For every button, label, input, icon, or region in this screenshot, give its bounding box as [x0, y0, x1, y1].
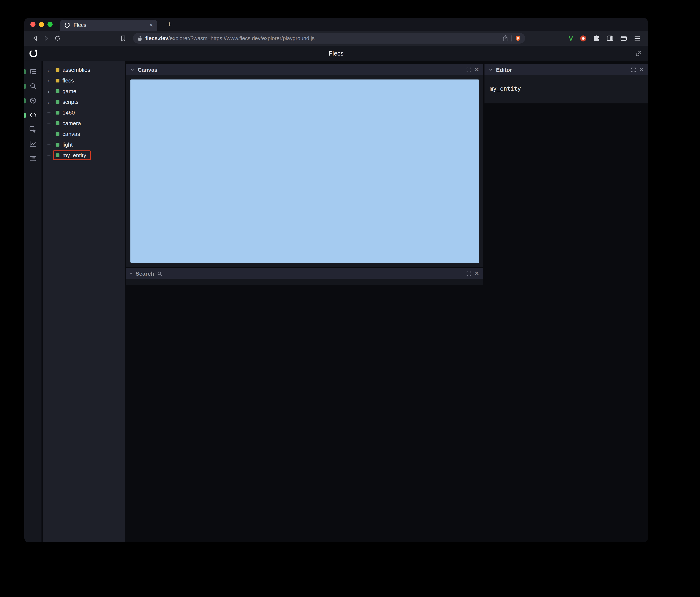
search-icon [157, 271, 162, 276]
tree-item[interactable]: › game [43, 86, 125, 97]
inspect-icon[interactable] [29, 125, 37, 134]
wallet-icon[interactable] [621, 35, 627, 41]
tree-expand-arrow[interactable]: › [47, 88, 53, 94]
editor-panel-header: Editor ✕ [484, 64, 648, 75]
tree-item[interactable]: camera [43, 118, 125, 129]
canvas-panel-title: Canvas [138, 67, 157, 73]
expand-panel-icon[interactable] [467, 271, 471, 276]
tree-expand-arrow[interactable]: › [47, 99, 53, 105]
tree-item-label: light [62, 141, 73, 148]
tree-item-content: flecs [53, 76, 78, 85]
entity-color-square [56, 100, 59, 104]
tree-expand-arrow[interactable] [47, 112, 53, 113]
right-column: Editor ✕ my_entity [484, 61, 648, 542]
new-tab-button[interactable]: + [164, 19, 174, 29]
rail-indicator [24, 69, 26, 74]
editor-code-area[interactable]: my_entity [484, 75, 648, 103]
window-controls [30, 22, 53, 27]
entity-color-square [56, 132, 59, 136]
tab-strip: Flecs ✕ + [24, 18, 648, 31]
chevron-down-icon[interactable] [489, 68, 493, 71]
tree-expand-arrow[interactable] [47, 145, 53, 145]
tree-item-content: my_entity [53, 150, 91, 160]
tree-item[interactable]: › assemblies [43, 64, 125, 75]
brave-shield-icon[interactable] [515, 35, 520, 41]
rail-indicator [24, 84, 26, 89]
maximize-window-button[interactable] [47, 22, 53, 27]
address-bar[interactable]: flecs.dev/explorer/?wasm=https://www.fle… [133, 33, 525, 44]
menu-hamburger-icon[interactable] [634, 36, 640, 41]
puzzle-extensions-icon[interactable] [594, 35, 600, 41]
search-panel-header: Search ✕ [126, 268, 483, 279]
stats-chart-icon[interactable] [29, 140, 37, 148]
share-icon[interactable] [502, 35, 508, 42]
tree-item[interactable]: 1460 [43, 107, 125, 118]
entities-cube-icon[interactable] [29, 96, 37, 105]
bookmark-icon[interactable] [118, 33, 129, 44]
canvas-panel-header: Canvas ✕ [126, 64, 483, 75]
empty-area [484, 103, 648, 542]
minimize-window-button[interactable] [39, 22, 44, 27]
code-editor-icon[interactable] [29, 111, 37, 119]
tree-view-icon[interactable] [29, 67, 37, 76]
keyboard-table-icon[interactable] [29, 154, 37, 163]
tree-item[interactable]: › scripts [43, 97, 125, 107]
rail-indicator [24, 98, 26, 103]
search-tool-icon[interactable] [29, 82, 37, 90]
tree-item-content: canvas [53, 129, 84, 139]
tree-item-content: camera [53, 119, 85, 128]
tree-item[interactable]: canvas [43, 129, 125, 139]
expand-panel-icon[interactable] [631, 67, 636, 72]
search-panel-title: Search [135, 270, 154, 277]
browser-tab[interactable]: Flecs ✕ [60, 20, 157, 31]
browser-toolbar: flecs.dev/explorer/?wasm=https://www.fle… [24, 31, 648, 46]
tree-item-label: scripts [62, 99, 78, 105]
forward-button[interactable] [41, 33, 52, 44]
url-path: /explorer/?wasm=https://www.flecs.dev/ex… [168, 35, 315, 41]
canvas-panel-content [126, 75, 483, 267]
reload-button[interactable] [52, 33, 63, 44]
search-panel-content [126, 279, 483, 285]
tree-expand-arrow[interactable] [47, 134, 53, 134]
extensions-cluster: V [569, 35, 640, 42]
tab-title: Flecs [74, 22, 146, 28]
close-panel-icon[interactable]: ✕ [639, 67, 644, 72]
chevron-down-icon[interactable] [130, 68, 134, 71]
desktop: Flecs ✕ + flecs.dev/explor [0, 0, 700, 597]
panel-collapse-dot[interactable] [130, 272, 132, 274]
editor-panel-title: Editor [496, 67, 512, 73]
search-panel: Search ✕ [126, 268, 483, 285]
tree-item[interactable]: light [43, 139, 125, 150]
tree-item-content: assemblies [53, 65, 95, 75]
close-window-button[interactable] [30, 22, 35, 27]
close-panel-icon[interactable]: ✕ [475, 67, 479, 72]
tree-item-label: my_entity [62, 152, 86, 159]
tree-expand-arrow[interactable] [47, 155, 53, 156]
tree-expand-arrow[interactable]: › [47, 78, 53, 83]
close-panel-icon[interactable]: ✕ [475, 271, 479, 276]
canvas-viewport[interactable] [130, 79, 479, 263]
share-link-icon[interactable] [635, 50, 642, 56]
tree-item-label: game [62, 88, 76, 95]
tree-expand-arrow[interactable] [47, 123, 53, 124]
empty-area [126, 286, 483, 542]
entity-color-square [56, 121, 59, 125]
tree-item[interactable]: my_entity [43, 150, 125, 161]
entity-color-square [56, 143, 59, 147]
tree-expand-arrow[interactable]: › [47, 67, 53, 73]
tree-item-label: flecs [62, 77, 74, 84]
flecs-explorer-app: Flecs [24, 46, 648, 542]
red-extension-icon[interactable] [580, 35, 586, 41]
sidebar-toggle-icon[interactable] [607, 35, 613, 41]
tree-item-label: canvas [62, 131, 80, 137]
tree-item[interactable]: › flecs [43, 75, 125, 86]
left-icon-rail [24, 61, 42, 542]
back-button[interactable] [29, 33, 41, 44]
v-extension-icon[interactable]: V [569, 35, 573, 42]
url-text[interactable]: flecs.dev/explorer/?wasm=https://www.fle… [145, 35, 499, 41]
tab-close-icon[interactable]: ✕ [149, 22, 153, 28]
tree-item-label: camera [62, 120, 81, 127]
entity-color-square [56, 79, 59, 82]
expand-panel-icon[interactable] [467, 67, 471, 72]
tree-item-label: 1460 [62, 109, 75, 116]
